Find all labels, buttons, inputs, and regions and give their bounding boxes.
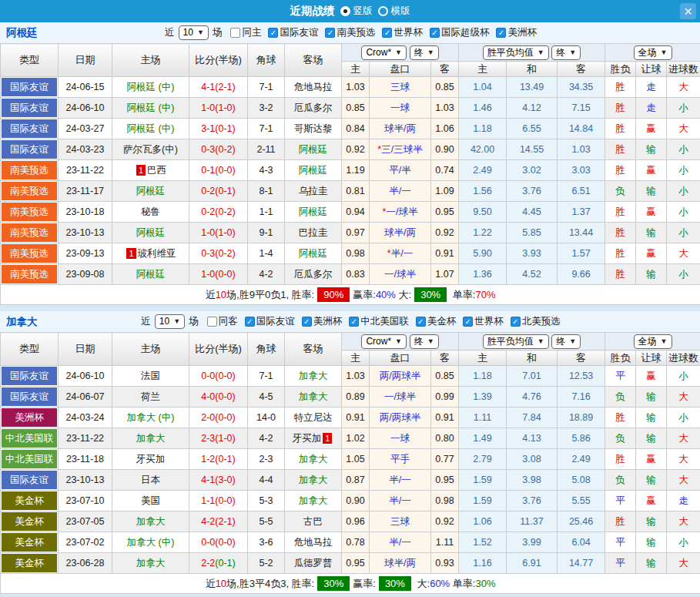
recent-count-select[interactable]: 10▼ — [155, 314, 185, 329]
avg-select[interactable]: 胜平负均值▼ — [483, 334, 549, 349]
result-wdl: 胜 — [605, 77, 636, 98]
avg-home-odds: 1.36 — [459, 264, 507, 285]
handicap-away-odds: 1.06 — [431, 119, 459, 139]
section-team-name: 加拿大 — [6, 315, 38, 329]
league-checkbox[interactable]: ✓北美预选 — [511, 315, 561, 328]
avg-draw-odds: 6.55 — [507, 119, 558, 139]
corner-cell: 4-2 — [248, 428, 285, 449]
handicap-home-odds: 0.84 — [342, 119, 370, 139]
score-cell: 4-2(2-1) — [189, 511, 248, 532]
avg-draw-odds: 3.98 — [507, 470, 558, 491]
avg-away-odds: 14.77 — [558, 553, 605, 574]
recent-count-select[interactable]: 10▼ — [179, 25, 209, 40]
home-team-cell: 日本 — [112, 470, 189, 491]
handicap-home-odds: 0.87 — [342, 470, 370, 491]
date-cell: 23-09-08 — [59, 264, 112, 285]
col-header-score: 比分(半场) — [189, 44, 248, 77]
type-cell: 南美预选 — [1, 202, 59, 223]
same-venue-checkbox[interactable]: 同客 — [207, 315, 238, 328]
avg-away-odds: 6.04 — [558, 532, 605, 553]
league-checkbox[interactable]: ✓中北美国联 — [349, 315, 409, 328]
card-count-badge: 1 — [136, 165, 146, 176]
score-cell: 0-0(0-0) — [189, 366, 248, 387]
league-checkbox[interactable]: ✓国际友谊 — [268, 26, 318, 39]
handicap-value: 半/一 — [391, 248, 413, 259]
date-cell: 24-06-10 — [59, 98, 112, 119]
chevron-down-icon: ▼ — [569, 47, 576, 59]
competition-badge: 国际友谊 — [2, 471, 57, 489]
final-odds-select[interactable]: 终▼ — [410, 45, 439, 60]
halftime-score: (0-0) — [215, 391, 235, 402]
league-checkbox[interactable]: ✓世界杯 — [382, 26, 423, 39]
col-header-corner: 角球 — [248, 44, 285, 77]
chevron-down-icon: ▼ — [395, 47, 402, 59]
home-team-cell: 阿根廷 — [112, 264, 189, 285]
corner-cell: 5-2 — [248, 553, 285, 574]
sub-header-wdl: 胜负 — [605, 350, 636, 366]
checkbox-checked-icon: ✓ — [511, 317, 521, 327]
score-cell: 3-1(0-1) — [189, 119, 248, 139]
away-team-cell: 阿根廷 — [285, 139, 342, 160]
league-label: 南美预选 — [337, 26, 375, 39]
fulltime-score: 0-2 — [201, 206, 215, 217]
league-label: 国际超级杯 — [441, 26, 490, 39]
halftime-score: (1-0) — [215, 102, 235, 113]
corner-cell: 3-2 — [248, 98, 285, 119]
team-name: 萨尔瓦多(中) — [123, 144, 178, 155]
horizontal-radio[interactable]: 横版 — [378, 5, 410, 18]
result-goals: 大 — [667, 119, 700, 139]
avg-away-odds: 18.89 — [558, 408, 605, 428]
league-checkbox[interactable]: ✓国际友谊 — [245, 315, 295, 328]
handicap-away-odds: 0.93 — [431, 553, 459, 574]
date-cell: 23-10-18 — [59, 202, 112, 223]
competition-badge: 南美预选 — [2, 223, 57, 242]
table-row: 南美预选23-09-131玻利维亚0-3(0-2)1-4阿根廷0.98*半/一0… — [1, 243, 700, 264]
team-name: 阿根廷 (中) — [127, 102, 175, 113]
same-venue-checkbox[interactable]: 同主 — [230, 26, 261, 39]
summary-segment: 单率: — [450, 578, 475, 589]
vertical-radio[interactable]: 竖版 — [340, 5, 373, 18]
handicap-home-odds: 0.90 — [342, 491, 370, 511]
avg-home-odds: 1.22 — [459, 223, 507, 243]
handicap-value: 球半/两 — [384, 227, 416, 238]
type-cell: 美金杯 — [1, 511, 59, 532]
result-wdl: 胜 — [605, 264, 636, 285]
close-button[interactable]: ✕ — [680, 3, 696, 19]
league-checkbox[interactable]: ✓南美预选 — [325, 26, 375, 39]
league-checkbox[interactable]: ✓美洲杯 — [496, 26, 537, 39]
fullmatch-select[interactable]: 全场▼ — [634, 334, 672, 349]
final-odds-select-2[interactable]: 终▼ — [551, 334, 581, 349]
corner-cell: 1-4 — [248, 243, 285, 264]
fullmatch-select[interactable]: 全场▼ — [634, 45, 672, 60]
fulltime-score: 0-2 — [201, 186, 215, 196]
final-odds-select[interactable]: 终▼ — [410, 334, 439, 349]
avg-select[interactable]: 胜平负均值▼ — [483, 45, 549, 60]
checkbox-unchecked-icon — [207, 317, 217, 327]
halftime-score: (0-0) — [215, 537, 235, 548]
league-checkbox[interactable]: ✓世界杯 — [463, 315, 504, 328]
result-handicap: 输 — [636, 532, 667, 553]
table-row: 国际友谊24-03-27阿根廷 (中)3-1(0-1)7-1哥斯达黎0.84球半… — [1, 119, 700, 139]
chevron-down-icon: ▼ — [661, 336, 668, 347]
league-checkbox[interactable]: ✓美洲杯 — [302, 315, 343, 328]
checkbox-checked-icon: ✓ — [416, 317, 426, 327]
sub-header-handicap-result: 让球 — [636, 62, 667, 77]
sub-header-goals: 进球数 — [667, 62, 700, 77]
table-row: 国际友谊24-06-07荷兰4-0(0-0)4-5加拿大0.89一/球半0.99… — [1, 387, 700, 408]
league-checkbox[interactable]: ✓国际超级杯 — [430, 26, 490, 39]
crow-select[interactable]: Crow*▼ — [361, 334, 407, 349]
handicap-away-odds: 0.91 — [431, 243, 459, 264]
result-handicap: 赢 — [636, 119, 667, 139]
home-team-cell: 阿根廷 (中) — [112, 98, 189, 119]
crow-select[interactable]: Crow*▼ — [361, 45, 407, 60]
result-goals: 小 — [667, 139, 700, 160]
league-checkbox[interactable]: ✓美金杯 — [416, 315, 457, 328]
team-name: 乌拉圭 — [299, 186, 328, 196]
summary-segment: 30% — [475, 578, 495, 589]
result-wdl: 胜 — [605, 223, 636, 243]
chevron-down-icon: ▼ — [395, 336, 402, 347]
final-odds-select-2[interactable]: 终▼ — [551, 45, 581, 60]
avg-home-odds: 1.56 — [459, 181, 507, 202]
type-cell: 南美预选 — [1, 160, 59, 181]
score-cell: 1-0(1-0) — [189, 98, 248, 119]
